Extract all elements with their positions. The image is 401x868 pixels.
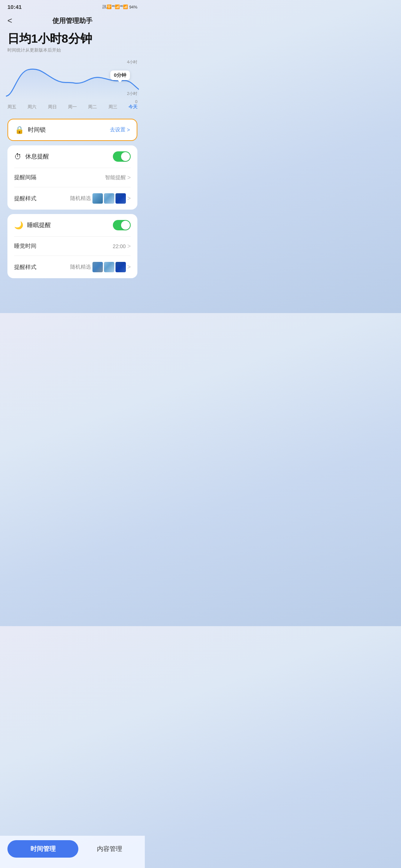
day-labels: 周五 周六 周日 周一 周二 周三 今天 [6, 102, 139, 110]
sleep-time-value: 22:00 > [113, 243, 131, 250]
status-bar: 10:41 訊🛜⁴⁶📶⁴⁶📶 94% [0, 0, 145, 11]
sleep-thumb-2 [104, 262, 114, 272]
battery-indicator: 94% [129, 5, 137, 9]
sleep-reminder-label: 睡眠提醒 [27, 221, 51, 229]
avg-unit1: 小时 [38, 32, 62, 45]
timer-icon: ⏱ [14, 152, 22, 161]
day-sun: 周日 [48, 104, 57, 110]
y-label-0: 0 [135, 99, 137, 104]
sleep-reminder-row: 🌙 睡眠提醒 [7, 214, 137, 236]
thumb-1 [92, 193, 103, 204]
avg-value: 1 [31, 32, 38, 45]
sleep-reminder-toggle[interactable] [113, 220, 131, 230]
avg-unit2: 分钟 [68, 32, 92, 45]
sleep-reminder-left: 🌙 睡眠提醒 [14, 221, 51, 230]
break-reminder-card: ⏱ 休息提醒 提醒间隔 智能提醒 > 提醒样式 随机精选 [7, 145, 137, 210]
reminder-style-chevron: > [127, 195, 131, 202]
reminder-style-value: 随机精选 > [70, 193, 131, 204]
reminder-thumbnails [92, 193, 126, 204]
day-mon: 周一 [68, 104, 77, 110]
y-label-4h: 4小时 [127, 59, 137, 65]
time-lock-label: 时间锁 [28, 126, 46, 134]
main-content: 日均1小时8分钟 时间统计从更新版本后开始 4小时 2小时 [0, 32, 145, 312]
time-lock-action[interactable]: 去设置 > [110, 126, 130, 133]
avg-minutes: 8 [62, 32, 68, 45]
sleep-style-value: 随机精选 > [70, 262, 131, 272]
cards-section: 🔒 时间锁 去设置 > ⏱ 休息提醒 提醒间隔 [7, 119, 137, 312]
sleep-thumb-3 [115, 262, 126, 272]
moon-icon: 🌙 [14, 221, 23, 230]
sleep-reminder-card: 🌙 睡眠提醒 睡觉时间 22:00 > 提醒样式 随机精选 [7, 214, 137, 278]
reminder-interval-value: 智能提醒 > [105, 174, 131, 181]
avg-prefix: 日均 [7, 32, 31, 45]
break-reminder-label: 休息提醒 [25, 153, 49, 161]
header: < 使用管理助手 [0, 11, 145, 32]
status-time: 10:41 [7, 4, 22, 10]
thumb-3 [115, 193, 126, 204]
time-lock-action-label: 去设置 [110, 126, 125, 133]
reminder-interval-text: 智能提醒 [105, 174, 126, 181]
break-reminder-toggle[interactable] [113, 151, 131, 162]
avg-subtitle: 时间统计从更新版本后开始 [7, 47, 137, 53]
reminder-style-text: 随机精选 [70, 195, 91, 202]
sleep-style-text: 随机精选 [70, 264, 91, 270]
time-lock-card[interactable]: 🔒 时间锁 去设置 > [7, 119, 137, 141]
sleep-thumb-1 [92, 262, 103, 272]
usage-chart: 4小时 2小时 0分钟 0 周五 周六 [6, 59, 139, 111]
break-reminder-row: ⏱ 休息提醒 [7, 145, 137, 168]
avg-usage: 日均1小时8分钟 时间统计从更新版本后开始 [7, 32, 137, 53]
reminder-interval-row[interactable]: 提醒间隔 智能提醒 > [7, 168, 137, 187]
sleep-style-row[interactable]: 提醒样式 随机精选 > [7, 256, 137, 278]
sleep-time-label: 睡觉时间 [14, 243, 36, 250]
sleep-time-text: 22:00 [113, 243, 126, 249]
reminder-style-row[interactable]: 提醒样式 随机精选 > [7, 187, 137, 210]
tooltip-value: 0分钟 [114, 72, 126, 78]
day-sat: 周六 [27, 104, 36, 110]
sleep-thumbnails [92, 262, 126, 272]
back-button[interactable]: < [7, 14, 15, 27]
chart-tooltip: 0分钟 [110, 70, 130, 80]
day-wed: 周三 [108, 104, 117, 110]
break-reminder-left: ⏱ 休息提醒 [14, 152, 49, 161]
bottom-spacer [7, 283, 137, 312]
sleep-time-chevron: > [127, 243, 131, 250]
sleep-time-row[interactable]: 睡觉时间 22:00 > [7, 237, 137, 256]
sleep-style-label: 提醒样式 [14, 264, 36, 271]
thumb-2 [104, 193, 114, 204]
time-lock-left: 🔒 时间锁 [15, 125, 46, 134]
lock-icon: 🔒 [15, 125, 24, 134]
day-today: 今天 [128, 104, 137, 110]
time-lock-row: 🔒 时间锁 去设置 > [8, 119, 137, 140]
reminder-style-label: 提醒样式 [14, 195, 36, 202]
reminder-interval-chevron: > [127, 174, 131, 181]
status-icons: 訊🛜⁴⁶📶⁴⁶📶 94% [102, 4, 137, 10]
sleep-style-chevron: > [127, 264, 131, 270]
y-label-2h: 2小时 [127, 91, 137, 96]
signal-icons: 訊🛜⁴⁶📶⁴⁶📶 [102, 4, 128, 10]
reminder-interval-label: 提醒间隔 [14, 174, 36, 181]
day-fri: 周五 [7, 104, 16, 110]
time-lock-chevron: > [127, 127, 130, 133]
page-title: 使用管理助手 [52, 16, 92, 25]
avg-title: 日均1小时8分钟 [7, 32, 137, 46]
day-tue: 周二 [88, 104, 97, 110]
